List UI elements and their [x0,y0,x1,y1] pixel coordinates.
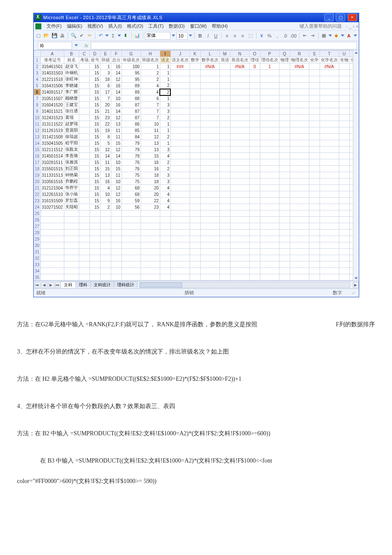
cell[interactable] [200,230,219,236]
cell[interactable] [121,223,141,230]
header-cell[interactable]: 生物 [339,57,349,63]
cell[interactable] [320,121,339,127]
cell[interactable]: 16 [111,102,121,108]
cell[interactable] [200,89,219,95]
cell[interactable] [290,127,309,134]
cell[interactable] [170,89,190,95]
cell[interactable] [279,89,290,95]
cell[interactable] [260,223,279,230]
cell[interactable]: #N/A [290,63,309,70]
cell[interactable]: 312111512 [40,147,64,153]
cell[interactable] [219,172,230,178]
cell[interactable] [79,204,89,210]
row-header[interactable]: 15 [34,147,40,153]
cell[interactable] [279,191,290,198]
minimize-button[interactable]: _ [324,14,334,21]
cell[interactable]: 4 [160,204,170,210]
font-size-select[interactable] [176,32,187,40]
cell[interactable] [249,262,260,268]
column-header[interactable]: N [230,51,249,57]
comma-icon[interactable]: , [274,32,280,40]
autosum-dropdown-icon[interactable] [118,35,121,38]
cell[interactable]: 16 [141,159,160,166]
cell[interactable]: 关陆昭 [64,204,79,210]
cell[interactable] [200,242,219,249]
cell[interactable] [260,76,279,83]
cell[interactable] [349,147,352,153]
cell[interactable] [79,236,89,242]
cell[interactable] [200,127,219,134]
cell[interactable] [230,76,249,83]
column-header[interactable]: O [249,51,260,57]
cell[interactable] [339,185,349,191]
cell[interactable]: 15 [89,83,100,89]
cell[interactable] [79,140,89,147]
align-center-icon[interactable]: ≡ [231,32,238,40]
row-header[interactable]: 9 [34,108,40,115]
cell[interactable]: 316041520 [40,102,64,108]
cell[interactable] [219,63,230,70]
cell[interactable] [79,217,89,223]
cell[interactable] [170,134,190,140]
cell[interactable] [111,210,121,217]
cell[interactable] [290,95,309,102]
cell[interactable] [309,249,320,255]
cell[interactable] [260,108,279,115]
cell[interactable] [290,83,309,89]
cell[interactable]: 19 [100,127,111,134]
header-cell[interactable]: 语文 [160,57,170,63]
cell[interactable] [249,242,260,249]
column-header[interactable]: C [79,51,89,57]
cell[interactable] [320,249,339,255]
cell[interactable] [309,102,320,108]
cell[interactable] [349,121,352,127]
cell[interactable] [279,172,290,178]
cell[interactable] [160,236,170,242]
cell[interactable] [339,140,349,147]
cell[interactable]: 311331513 [40,172,64,178]
cell[interactable] [290,255,309,262]
cell[interactable]: 1 [100,63,111,70]
row-header[interactable]: 8 [34,102,40,108]
cell[interactable] [200,249,219,255]
cell[interactable] [100,274,111,281]
sheet-tab[interactable]: 理科统计 [114,282,138,288]
cell[interactable] [40,242,64,249]
cell[interactable]: 310271502 [40,204,64,210]
cell[interactable] [79,153,89,159]
cell[interactable] [320,147,339,153]
cell[interactable] [219,262,230,268]
cell[interactable] [260,95,279,102]
cell[interactable]: 12 [111,191,121,198]
cell[interactable] [249,191,260,198]
cell[interactable] [230,236,249,242]
cell[interactable]: 12 [111,115,121,121]
row-header[interactable]: 24 [34,204,40,210]
header-cell[interactable]: 考场 [79,57,89,63]
cell[interactable] [89,255,100,262]
cell[interactable] [320,89,339,95]
cell[interactable] [260,166,279,172]
cell[interactable] [79,255,89,262]
cell[interactable] [349,127,352,134]
cell[interactable] [249,198,260,204]
cell[interactable] [190,230,200,236]
cell[interactable] [200,134,219,140]
cell[interactable] [290,115,309,121]
row-header[interactable]: 10 [34,115,40,121]
cell[interactable] [249,159,260,166]
cell[interactable] [190,121,200,127]
cell[interactable] [170,268,190,274]
row-header[interactable]: 11 [34,121,40,127]
name-box-dropdown-icon[interactable] [75,44,78,48]
cell[interactable]: 16 [100,178,111,185]
cell[interactable]: 2 [160,159,170,166]
cell[interactable]: 12 [111,185,121,191]
cell[interactable] [249,204,260,210]
cell[interactable] [230,140,249,147]
cell[interactable]: 华乔宇 [64,185,79,191]
cell[interactable] [349,172,352,178]
cell[interactable] [219,147,230,153]
cell[interactable] [190,242,200,249]
cell[interactable] [249,89,260,95]
